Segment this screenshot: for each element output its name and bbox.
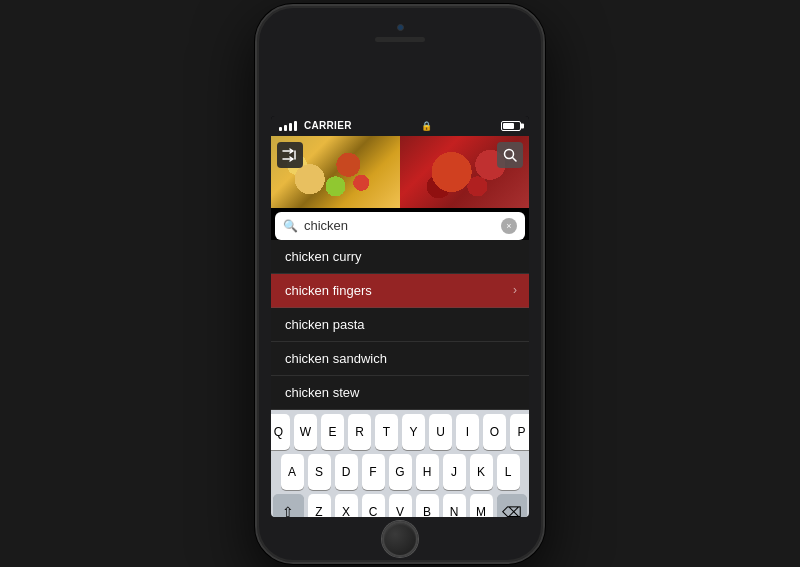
key-h[interactable]: H: [416, 454, 439, 490]
search-bar[interactable]: 🔍 chicken ×: [275, 212, 525, 240]
key-j[interactable]: J: [443, 454, 466, 490]
suggestion-text: chicken pasta: [285, 317, 365, 332]
key-b[interactable]: B: [416, 494, 439, 517]
battery-fill: [503, 123, 514, 129]
header-search-icon[interactable]: [497, 142, 523, 168]
key-m[interactable]: M: [470, 494, 493, 517]
key-l[interactable]: L: [497, 454, 520, 490]
key-a[interactable]: A: [281, 454, 304, 490]
search-input[interactable]: chicken: [304, 218, 501, 233]
keyboard-row-2: A S D F G H J K L: [271, 454, 529, 490]
key-i[interactable]: I: [456, 414, 479, 450]
status-right: [501, 121, 521, 131]
lock-icon: 🔒: [421, 121, 432, 131]
key-f[interactable]: F: [362, 454, 385, 490]
key-y[interactable]: Y: [402, 414, 425, 450]
phone-device: CARRIER 🔒: [255, 4, 545, 564]
key-e[interactable]: E: [321, 414, 344, 450]
header-food-images: [271, 136, 529, 208]
suggestion-arrow-icon: ›: [513, 283, 517, 297]
carrier-label: CARRIER: [304, 120, 352, 131]
key-q[interactable]: Q: [271, 414, 290, 450]
key-z[interactable]: Z: [308, 494, 331, 517]
status-bar: CARRIER 🔒: [271, 116, 529, 136]
speaker: [375, 37, 425, 42]
key-g[interactable]: G: [389, 454, 412, 490]
key-r[interactable]: R: [348, 414, 371, 450]
key-o[interactable]: O: [483, 414, 506, 450]
key-t[interactable]: T: [375, 414, 398, 450]
key-c[interactable]: C: [362, 494, 385, 517]
phone-top: [375, 6, 425, 61]
signal-icon: [279, 121, 297, 131]
camera: [397, 24, 404, 31]
suggestion-text: chicken fingers: [285, 283, 372, 298]
key-x[interactable]: X: [335, 494, 358, 517]
suggestion-item[interactable]: chicken stew: [271, 376, 529, 410]
home-button[interactable]: [382, 521, 418, 557]
suggestion-item[interactable]: chicken curry: [271, 240, 529, 274]
status-left: CARRIER: [279, 120, 352, 131]
suggestion-text: chicken stew: [285, 385, 359, 400]
keyboard: Q W E R T Y U I O P A S D F G H J K: [271, 410, 529, 517]
suggestion-item[interactable]: chicken sandwich: [271, 342, 529, 376]
keyboard-row-1: Q W E R T Y U I O P: [271, 414, 529, 450]
shuffle-button[interactable]: [277, 142, 303, 168]
keyboard-row-3: ⇧ Z X C V B N M ⌫: [271, 494, 529, 517]
key-d[interactable]: D: [335, 454, 358, 490]
suggestion-item[interactable]: chicken pasta: [271, 308, 529, 342]
suggestions-list: chicken curry chicken fingers › chicken …: [271, 240, 529, 410]
suggestion-text: chicken sandwich: [285, 351, 387, 366]
backspace-key[interactable]: ⌫: [497, 494, 528, 517]
home-button-area: [382, 517, 418, 562]
key-u[interactable]: U: [429, 414, 452, 450]
battery-icon: [501, 121, 521, 131]
phone-screen: CARRIER 🔒: [271, 116, 529, 517]
search-magnifier-icon: 🔍: [283, 219, 298, 233]
key-v[interactable]: V: [389, 494, 412, 517]
key-p[interactable]: P: [510, 414, 529, 450]
app-header: [271, 136, 529, 208]
key-n[interactable]: N: [443, 494, 466, 517]
key-w[interactable]: W: [294, 414, 317, 450]
svg-line-1: [513, 157, 517, 161]
key-s[interactable]: S: [308, 454, 331, 490]
search-clear-button[interactable]: ×: [501, 218, 517, 234]
suggestion-item-highlighted[interactable]: chicken fingers ›: [271, 274, 529, 308]
shift-key[interactable]: ⇧: [273, 494, 304, 517]
suggestion-text: chicken curry: [285, 249, 362, 264]
key-k[interactable]: K: [470, 454, 493, 490]
